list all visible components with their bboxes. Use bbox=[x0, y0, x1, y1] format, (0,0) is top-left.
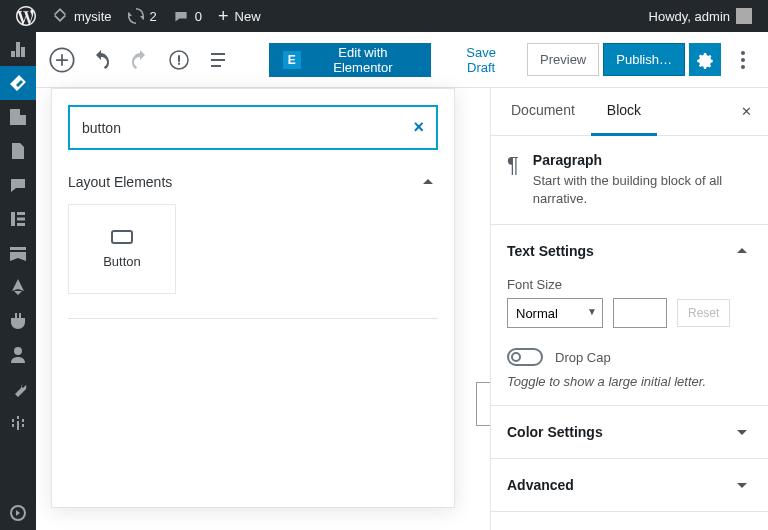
svg-point-5 bbox=[741, 65, 745, 69]
undo-button[interactable] bbox=[83, 42, 118, 78]
settings-sidebar: Document Block ✕ ¶ Paragraph Start with … bbox=[490, 88, 768, 530]
inserter-divider bbox=[68, 318, 438, 319]
menu-media[interactable] bbox=[0, 100, 36, 134]
block-description: Start with the building block of all nar… bbox=[533, 172, 752, 208]
block-navigation-button[interactable] bbox=[200, 42, 235, 78]
admin-menu bbox=[0, 32, 36, 530]
font-size-select[interactable]: Normal ▼ bbox=[507, 298, 603, 328]
section-title: Layout Elements bbox=[68, 174, 172, 190]
block-option-button[interactable]: Button bbox=[68, 204, 176, 294]
chevron-up-icon bbox=[732, 241, 752, 261]
admin-toolbar: mysite 2 0 + New Howdy, admin bbox=[0, 0, 768, 32]
inserter-section-layout[interactable]: Layout Elements bbox=[52, 166, 454, 204]
menu-appearance[interactable] bbox=[0, 270, 36, 304]
new-content[interactable]: + New bbox=[210, 0, 269, 32]
font-size-label: Font Size bbox=[507, 277, 752, 292]
panel-advanced-toggle[interactable]: Advanced bbox=[491, 459, 768, 511]
chevron-down-icon bbox=[732, 422, 752, 442]
updates-count: 2 bbox=[150, 9, 157, 24]
redo-button[interactable] bbox=[122, 42, 157, 78]
menu-plugins[interactable] bbox=[0, 304, 36, 338]
panel-text-settings: Text Settings Font Size Normal ▼ Reset D… bbox=[491, 225, 768, 406]
add-block-button[interactable] bbox=[44, 42, 79, 78]
site-name[interactable]: mysite bbox=[44, 0, 120, 32]
collapse-menu[interactable] bbox=[0, 496, 36, 530]
svg-point-4 bbox=[741, 58, 745, 62]
menu-users[interactable] bbox=[0, 338, 36, 372]
comments[interactable]: 0 bbox=[165, 0, 210, 32]
tab-document[interactable]: Document bbox=[495, 88, 591, 136]
edit-with-elementor-button[interactable]: E Edit with Elementor bbox=[269, 43, 431, 77]
chevron-down-icon bbox=[732, 475, 752, 495]
sidebar-tabs: Document Block ✕ bbox=[491, 88, 768, 136]
menu-tools[interactable] bbox=[0, 372, 36, 406]
block-title: Paragraph bbox=[533, 152, 752, 168]
tab-block[interactable]: Block bbox=[591, 88, 657, 136]
chevron-up-icon bbox=[418, 172, 438, 192]
avatar bbox=[736, 8, 752, 24]
block-option-label: Button bbox=[103, 254, 141, 269]
block-search-input[interactable] bbox=[82, 120, 413, 136]
font-size-reset-button[interactable]: Reset bbox=[677, 299, 730, 327]
menu-templates[interactable] bbox=[0, 236, 36, 270]
paragraph-icon: ¶ bbox=[507, 152, 519, 208]
menu-comments[interactable] bbox=[0, 168, 36, 202]
updates[interactable]: 2 bbox=[120, 0, 165, 32]
more-tools-button[interactable] bbox=[725, 42, 760, 78]
clear-search-icon[interactable]: × bbox=[413, 117, 424, 138]
preview-button[interactable]: Preview bbox=[527, 43, 599, 76]
my-account[interactable]: Howdy, admin bbox=[641, 0, 760, 32]
new-label: New bbox=[235, 9, 261, 24]
editor-toolbar: E Edit with Elementor Save Draft Preview… bbox=[36, 32, 768, 88]
menu-settings[interactable] bbox=[0, 406, 36, 440]
button-block-icon bbox=[111, 230, 133, 244]
comments-count: 0 bbox=[195, 9, 202, 24]
menu-pages[interactable] bbox=[0, 134, 36, 168]
panel-color-settings-toggle[interactable]: Color Settings bbox=[491, 406, 768, 458]
save-draft-button[interactable]: Save Draft bbox=[439, 37, 523, 83]
font-size-custom-input[interactable] bbox=[613, 298, 667, 328]
block-card: ¶ Paragraph Start with the building bloc… bbox=[491, 136, 768, 225]
menu-elementor[interactable] bbox=[0, 202, 36, 236]
drop-cap-description: Toggle to show a large initial letter. bbox=[507, 374, 752, 389]
panel-advanced: Advanced bbox=[491, 459, 768, 512]
panel-color-settings: Color Settings bbox=[491, 406, 768, 459]
elementor-icon: E bbox=[283, 51, 300, 69]
drop-cap-label: Drop Cap bbox=[555, 350, 611, 365]
block-inserter: × Layout Elements Button bbox=[51, 88, 455, 508]
block-editor: E Edit with Elementor Save Draft Preview… bbox=[36, 32, 768, 530]
panel-text-settings-toggle[interactable]: Text Settings bbox=[491, 225, 768, 277]
settings-toggle-button[interactable] bbox=[689, 43, 721, 76]
close-sidebar-icon[interactable]: ✕ bbox=[728, 94, 764, 130]
content-structure-button[interactable] bbox=[161, 42, 196, 78]
wp-logo[interactable] bbox=[8, 0, 44, 32]
howdy-label: Howdy, admin bbox=[649, 9, 730, 24]
drop-cap-toggle[interactable] bbox=[507, 348, 543, 366]
svg-point-3 bbox=[741, 51, 745, 55]
menu-dashboard[interactable] bbox=[0, 32, 36, 66]
publish-button[interactable]: Publish… bbox=[603, 43, 685, 76]
block-search[interactable]: × bbox=[68, 105, 438, 150]
site-name-label: mysite bbox=[74, 9, 112, 24]
menu-posts[interactable] bbox=[0, 66, 36, 100]
